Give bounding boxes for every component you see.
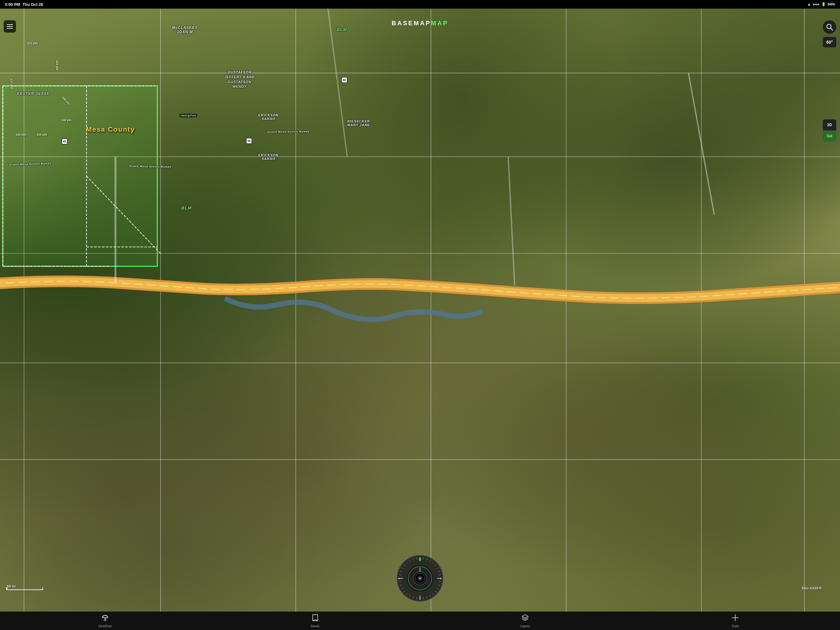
status-bar: 5:00 PM Thu Oct 26 ▲ ●●● 🔋 64%: [0, 0, 420, 9]
status-day: Thu Oct 26: [22, 2, 43, 7]
route-badge-2: 65: [246, 138, 252, 144]
svg-rect-12: [3, 86, 158, 266]
route-badge-3: 65: [341, 77, 347, 83]
map-svg: [0, 9, 420, 315]
menu-button[interactable]: [4, 20, 16, 33]
route-badge-1: 65: [62, 138, 68, 144]
status-time: 5:00 PM: [5, 2, 20, 7]
map-container[interactable]: Mesa County BLM BLM BLM McCLASKEYJOAN M …: [0, 9, 420, 315]
fleming-point-label: Fleming Point: [180, 114, 197, 117]
app-title: BASEMAPMAP: [392, 19, 420, 27]
